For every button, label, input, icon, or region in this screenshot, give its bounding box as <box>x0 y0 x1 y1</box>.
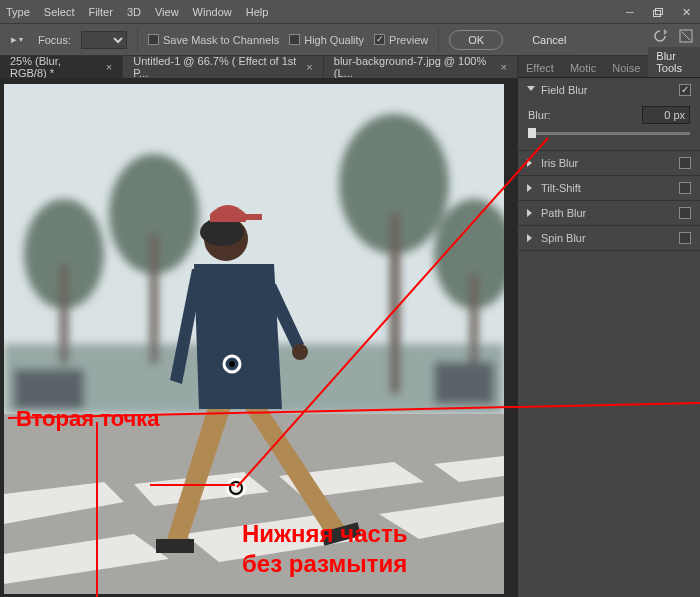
svg-rect-11 <box>390 214 400 394</box>
section-header[interactable]: Iris Blur <box>518 151 700 175</box>
svg-point-39 <box>234 486 238 490</box>
focus-label: Focus: <box>38 34 71 46</box>
field-blur-toggle[interactable] <box>679 84 691 96</box>
svg-rect-34 <box>242 214 262 220</box>
close-tab-icon[interactable]: × <box>306 61 312 73</box>
close-icon[interactable]: ✕ <box>672 0 700 24</box>
svg-rect-7 <box>60 264 68 364</box>
section-header[interactable]: Field Blur <box>518 78 700 102</box>
save-mask-label: Save Mask to Channels <box>163 34 279 46</box>
section-iris-blur: Iris Blur <box>518 151 700 176</box>
menu-select[interactable]: Select <box>44 6 75 18</box>
svg-point-36 <box>229 361 235 367</box>
window-controls: ─ ✕ <box>616 0 700 24</box>
panel-tab-noise[interactable]: Noise <box>604 59 648 77</box>
tab-label: blur-background-7.jpg @ 100% (L... <box>334 55 495 79</box>
preview-label: Preview <box>389 34 428 46</box>
section-field-blur: Field Blur Blur: 0 px <box>518 78 700 151</box>
close-tab-icon[interactable]: × <box>106 61 112 73</box>
section-path-blur: Path Blur <box>518 201 700 226</box>
panel-tabs: Effect Motic Noise Blur Tools <box>518 56 700 78</box>
menu-view[interactable]: View <box>155 6 179 18</box>
svg-rect-13 <box>470 274 478 374</box>
section-tilt-shift: Tilt-Shift <box>518 176 700 201</box>
blur-label: Blur: <box>528 109 551 121</box>
menu-help[interactable]: Help <box>246 6 269 18</box>
remove-pins-icon[interactable] <box>678 28 694 44</box>
svg-rect-1 <box>655 8 662 14</box>
svg-rect-9 <box>150 234 158 364</box>
preview-checkbox[interactable]: Preview <box>374 34 428 46</box>
section-title: Tilt-Shift <box>541 182 581 194</box>
section-title: Spin Blur <box>541 232 586 244</box>
spin-blur-toggle[interactable] <box>679 232 691 244</box>
tab-doc-3[interactable]: blur-background-7.jpg @ 100% (L...× <box>324 56 518 78</box>
chevron-down-icon <box>527 86 535 94</box>
panel-tab-effect[interactable]: Effect <box>518 59 562 77</box>
svg-rect-0 <box>653 10 660 16</box>
section-header[interactable]: Path Blur <box>518 201 700 225</box>
section-header[interactable]: Tilt-Shift <box>518 176 700 200</box>
save-mask-checkbox[interactable]: Save Mask to Channels <box>148 34 279 46</box>
tilt-shift-toggle[interactable] <box>679 182 691 194</box>
panel-tab-motion[interactable]: Motic <box>562 59 604 77</box>
high-quality-label: High Quality <box>304 34 364 46</box>
svg-point-31 <box>292 344 308 360</box>
svg-point-33 <box>200 218 244 246</box>
close-tab-icon[interactable]: × <box>501 61 507 73</box>
ok-button[interactable]: OK <box>449 30 503 50</box>
blur-tools-panel: Effect Motic Noise Blur Tools Field Blur… <box>518 56 700 597</box>
canvas-image <box>4 84 504 594</box>
options-bar: ▸▾ Focus: Save Mask to Channels High Qua… <box>0 24 700 56</box>
section-header[interactable]: Spin Blur <box>518 226 700 250</box>
high-quality-checkbox[interactable]: High Quality <box>289 34 364 46</box>
menu-window[interactable]: Window <box>193 6 232 18</box>
cancel-button[interactable]: Cancel <box>513 30 585 50</box>
svg-rect-26 <box>156 539 194 553</box>
iris-blur-toggle[interactable] <box>679 157 691 169</box>
restore-icon[interactable] <box>644 0 672 24</box>
svg-line-3 <box>682 32 690 40</box>
document-tabs: 25% (Blur, RGB/8) *× Untitled-1 @ 66.7% … <box>0 56 518 78</box>
chevron-right-icon <box>527 184 535 192</box>
section-title: Path Blur <box>541 207 586 219</box>
reset-icon[interactable] <box>652 28 668 44</box>
divider <box>137 29 138 51</box>
chevron-right-icon <box>527 234 535 242</box>
tab-doc-1[interactable]: 25% (Blur, RGB/8) *× <box>0 56 123 78</box>
focus-select[interactable] <box>81 31 127 49</box>
section-spin-blur: Spin Blur <box>518 226 700 251</box>
menubar: Type Select Filter 3D View Window Help <box>0 0 700 24</box>
divider <box>438 29 439 51</box>
section-title: Field Blur <box>541 84 587 96</box>
section-title: Iris Blur <box>541 157 578 169</box>
blur-slider[interactable] <box>528 126 690 140</box>
svg-rect-14 <box>14 369 84 409</box>
menu-3d[interactable]: 3D <box>127 6 141 18</box>
blur-value[interactable]: 0 px <box>642 106 690 124</box>
chevron-right-icon <box>527 209 535 217</box>
canvas[interactable] <box>0 78 518 597</box>
tab-label: 25% (Blur, RGB/8) * <box>10 55 100 79</box>
path-blur-toggle[interactable] <box>679 207 691 219</box>
tool-preset-icon[interactable]: ▸▾ <box>6 31 28 48</box>
panel-tab-blur-tools[interactable]: Blur Tools <box>648 47 700 77</box>
svg-rect-15 <box>434 362 494 404</box>
chevron-right-icon <box>527 159 535 167</box>
tab-label: Untitled-1 @ 66.7% ( Effect of 1st P... <box>133 55 300 79</box>
minimize-icon[interactable]: ─ <box>616 0 644 24</box>
tab-doc-2[interactable]: Untitled-1 @ 66.7% ( Effect of 1st P...× <box>123 56 324 78</box>
menu-filter[interactable]: Filter <box>88 6 112 18</box>
menu-type[interactable]: Type <box>6 6 30 18</box>
